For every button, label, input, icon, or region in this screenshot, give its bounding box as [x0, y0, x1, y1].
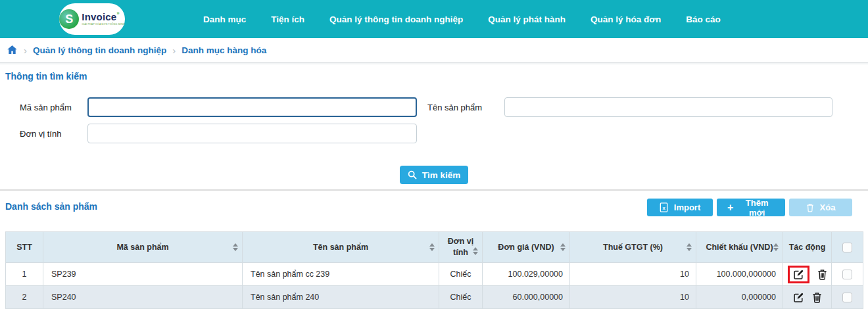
product-code-label: Mã sản phẩm [5, 103, 87, 112]
cell-actions [783, 263, 832, 286]
cell-chiet-khau: 100.000,000000 [696, 263, 783, 286]
edit-icon[interactable] [793, 269, 804, 280]
cell-thue-gtgt: 10 [570, 286, 696, 309]
unit-input[interactable] [87, 124, 417, 143]
cell-stt: 1 [6, 263, 43, 286]
product-name-input[interactable] [504, 97, 832, 117]
page: S Invoice” GIẢI PHÁP HÓA ĐƠN THÔNG MINH … [0, 0, 868, 309]
product-code-input[interactable] [87, 97, 417, 117]
row-checkbox[interactable] [842, 270, 852, 279]
table-row: 1 SP239 Tên sản phẩm cc 239 Chiếc 100.02… [6, 263, 863, 286]
search-icon [408, 170, 417, 179]
select-all-checkbox[interactable] [842, 243, 852, 252]
col-header-tac-dong: Tác động [783, 232, 832, 263]
cell-select [832, 263, 863, 286]
unit-label: Đơn vị tính [5, 129, 87, 139]
trash-icon [806, 203, 814, 212]
nav-item-tien-ich[interactable]: Tiện ích [258, 14, 317, 24]
col-header-select-all [832, 232, 863, 263]
col-header-thue-gtgt[interactable]: Thuế GTGT (%) [570, 232, 696, 263]
delete-row-icon[interactable] [817, 269, 827, 280]
search-section: Thông tin tìm kiếm Mã sản phẩm Tên sản p… [0, 63, 868, 189]
sinvoice-logo[interactable]: S Invoice” GIẢI PHÁP HÓA ĐƠN THÔNG MINH [59, 3, 125, 35]
cell-don-vi-tinh: Chiếc [439, 263, 483, 286]
sort-icon[interactable] [773, 243, 779, 251]
product-name-label: Tên sản phẩm [417, 103, 504, 112]
top-navbar: S Invoice” GIẢI PHÁP HÓA ĐƠN THÔNG MINH … [0, 0, 868, 38]
cell-thue-gtgt: 10 [570, 263, 696, 286]
import-button[interactable]: x Import [647, 199, 713, 216]
breadcrumb: › Quản lý thông tin doanh nghiệp › Danh … [0, 38, 868, 63]
breadcrumb-separator-icon: › [24, 45, 27, 56]
search-button-label: Tìm kiếm [422, 170, 461, 180]
cell-ten-san-pham: Tên sản phẩm 240 [243, 286, 439, 309]
breadcrumb-item-company-info[interactable]: Quản lý thông tin doanh nghiệp [33, 45, 166, 55]
delete-button[interactable]: Xóa [789, 199, 852, 216]
cell-don-vi-tinh: Chiếc [439, 286, 483, 309]
table-header-row: STT Mã sản phẩm Tên sản phẩm Đơn vị tính [6, 232, 863, 263]
cell-don-gia: 100.029,00000 [483, 263, 570, 286]
cell-ma-san-pham: SP240 [43, 286, 243, 309]
sort-icon[interactable] [429, 243, 435, 251]
cell-don-gia: 60.000,00000 [483, 286, 570, 309]
add-new-button-label: Thêm mới [739, 198, 775, 218]
plus-icon: + [727, 202, 733, 213]
product-table: STT Mã sản phẩm Tên sản phẩm Đơn vị tính [5, 231, 863, 309]
nav-item-bao-cao[interactable]: Báo cáo [673, 14, 733, 24]
cell-ma-san-pham: SP239 [43, 263, 243, 286]
sort-icon[interactable] [473, 247, 478, 255]
search-section-title: Thông tin tìm kiếm [5, 71, 863, 83]
col-header-chiet-khau[interactable]: Chiết khấu (VND) [696, 232, 783, 263]
product-list-title: Danh sách sản phẩm [5, 201, 97, 212]
excel-file-icon: x [660, 202, 668, 212]
sort-icon[interactable] [560, 243, 566, 251]
breadcrumb-item-goods-catalog[interactable]: Danh mục hàng hóa [181, 45, 266, 55]
product-list-section: Danh sách sản phẩm x Import + Thêm mới [0, 189, 868, 309]
sort-icon[interactable] [233, 243, 238, 251]
import-button-label: Import [674, 202, 700, 212]
sort-icon[interactable] [687, 243, 692, 251]
breadcrumb-separator-icon: › [172, 45, 176, 56]
delete-row-icon[interactable] [812, 292, 822, 303]
highlight-red-box [788, 266, 809, 283]
col-header-don-gia[interactable]: Đơn giá (VND) [483, 232, 570, 263]
cell-stt: 2 [6, 286, 43, 309]
nav-item-quan-ly-phat-hanh[interactable]: Quản lý phát hành [475, 14, 578, 24]
col-header-ten-san-pham[interactable]: Tên sản phẩm [243, 232, 439, 263]
table-row: 2 SP240 Tên sản phẩm 240 Chiếc 60.000,00… [6, 286, 863, 309]
form-row-2: Đơn vị tính [5, 124, 863, 143]
col-header-don-vi-tinh[interactable]: Đơn vị tính [439, 232, 483, 263]
nav-item-quan-ly-thong-tin-doanh-nghiep[interactable]: Quản lý thông tin doanh nghiệp [317, 14, 475, 24]
edit-icon[interactable] [793, 292, 804, 303]
cell-select [832, 286, 863, 309]
main-nav: Danh mục Tiện ích Quản lý thông tin doan… [191, 14, 733, 24]
col-header-ma-san-pham[interactable]: Mã sản phẩm [43, 232, 243, 263]
add-new-button[interactable]: + Thêm mới [717, 199, 785, 216]
cell-ten-san-pham: Tên sản phẩm cc 239 [243, 263, 439, 286]
form-row-1: Mã sản phẩm Tên sản phẩm [5, 97, 863, 117]
logo-word: Invoice [82, 11, 116, 22]
logo-swoosh-icon: ” [116, 11, 120, 18]
delete-button-label: Xóa [820, 202, 836, 212]
svg-text:x: x [662, 205, 665, 211]
nav-item-quan-ly-hoa-don[interactable]: Quản lý hóa đơn [578, 14, 673, 24]
nav-item-danh-muc[interactable]: Danh mục [191, 14, 258, 24]
search-button[interactable]: Tìm kiếm [400, 166, 468, 184]
logo-tagline: GIẢI PHÁP HÓA ĐƠN THÔNG MINH [82, 24, 124, 26]
row-checkbox[interactable] [842, 293, 852, 302]
logo-s-circle-icon: S [59, 9, 79, 29]
col-header-stt: STT [6, 232, 43, 263]
cell-chiet-khau: 0,000000 [696, 286, 783, 309]
cell-actions [783, 286, 832, 309]
home-icon[interactable] [7, 45, 18, 55]
